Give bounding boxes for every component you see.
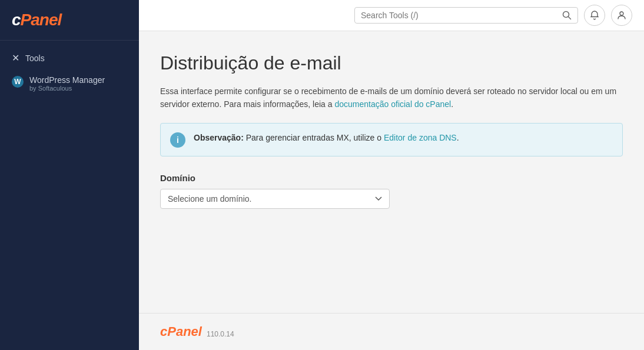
info-bold: Observação:: [194, 133, 244, 142]
info-box: i Observação: Para gerenciar entradas MX…: [160, 123, 623, 156]
main-area: Distribuição de e-mail Essa interface pe…: [139, 0, 644, 350]
content-area: Distribuição de e-mail Essa interface pe…: [139, 31, 644, 313]
footer-version: 110.0.14: [207, 330, 234, 338]
user-icon: [617, 11, 626, 20]
cpanel-logo-text: cPanel: [12, 11, 127, 29]
footer-logo: cPanel: [160, 324, 202, 339]
wordpress-text-group: WordPress Manager by Softaculous: [29, 75, 105, 92]
dns-zone-editor-link[interactable]: Editor de zona DNS: [384, 133, 457, 142]
wordpress-label: WordPress Manager: [29, 75, 105, 85]
search-input[interactable]: [361, 11, 559, 20]
notifications-button[interactable]: [584, 5, 605, 26]
info-end: .: [457, 133, 459, 142]
sidebar-item-tools[interactable]: ✕ Tools: [0, 46, 139, 69]
footer-logo-text: cPanel: [160, 324, 202, 339]
footer: cPanel 110.0.14: [139, 313, 644, 350]
page-title: Distribuição de e-mail: [160, 52, 623, 74]
search-bar: [354, 7, 578, 24]
bell-icon: [590, 11, 599, 20]
search-button[interactable]: [562, 11, 572, 20]
tools-icon: ✕: [12, 52, 19, 64]
sidebar-item-tools-label: Tools: [25, 54, 45, 63]
sidebar-nav: ✕ Tools W WordPress Manager by Softaculo…: [0, 41, 139, 104]
sidebar: cPanel ✕ Tools W WordPress Manager by So…: [0, 0, 139, 350]
search-icon: [562, 11, 572, 20]
wordpress-sub: by Softaculous: [29, 85, 105, 92]
user-button[interactable]: [611, 5, 632, 26]
svg-line-1: [569, 17, 571, 19]
domain-label: Domínio: [160, 173, 623, 183]
wordpress-icon: W: [12, 76, 24, 88]
description-text-2: .: [451, 99, 453, 109]
info-box-text: Observação: Para gerenciar entradas MX, …: [194, 132, 459, 144]
info-icon: i: [170, 132, 185, 148]
sidebar-item-wordpress-manager[interactable]: W WordPress Manager by Softaculous: [0, 69, 139, 98]
sidebar-logo: cPanel: [0, 0, 139, 41]
info-text-content: Para gerenciar entradas MX, utilize o: [244, 133, 384, 142]
logo-c: c: [12, 11, 21, 29]
svg-point-2: [620, 12, 623, 15]
domain-select[interactable]: Selecione um domínio.: [160, 189, 390, 209]
header: [139, 0, 644, 31]
page-description: Essa interface permite configurar se o r…: [160, 85, 623, 111]
cpanel-docs-link[interactable]: documentação oficial do cPanel: [334, 99, 451, 109]
footer-panel-text: Panel: [167, 324, 202, 339]
logo-panel: Panel: [21, 11, 62, 29]
